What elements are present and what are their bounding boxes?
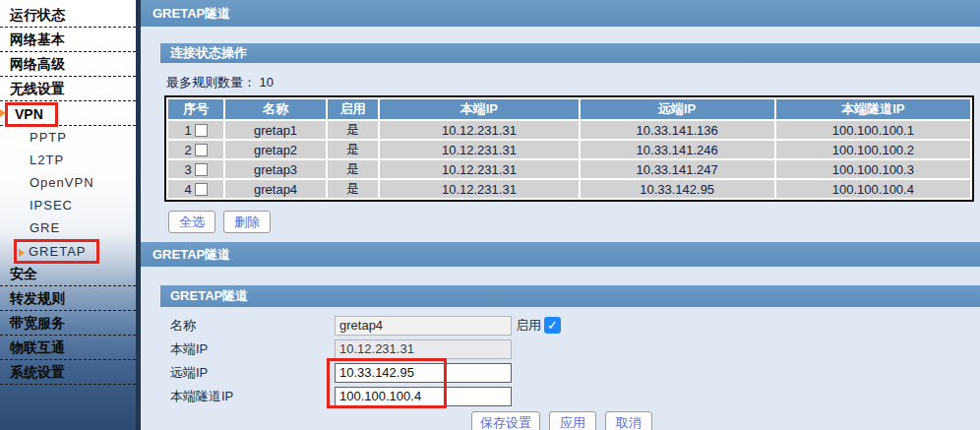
- sidebar-item-forward-rules[interactable]: 转发规则: [0, 286, 136, 311]
- row-tunnel-ip: 100.100.100.2: [776, 141, 970, 158]
- sidebar-item-wireless[interactable]: 无线设置: [0, 77, 136, 101]
- active-indicator-icon: [0, 109, 6, 117]
- spacer: [141, 27, 980, 43]
- row-tunnel-ip: 100.100.100.3: [776, 160, 970, 178]
- col-header-name: 名称: [225, 99, 325, 119]
- rules-table: 序号 名称 启用 本端IP 远端IP 本端隧道IP 1 gretap1 是 10…: [164, 95, 974, 202]
- selected-indicator-icon: [19, 249, 25, 257]
- row-index: 3: [185, 162, 192, 177]
- sidebar-item-vpn-label: VPN: [15, 106, 43, 122]
- remote-ip-input[interactable]: [335, 363, 512, 383]
- row-name: gretap4: [225, 180, 325, 198]
- row-local-ip: 10.12.231.31: [380, 180, 578, 198]
- sidebar-item-pptp[interactable]: PPTP: [0, 126, 136, 149]
- enable-checkbox[interactable]: ✓: [544, 317, 561, 334]
- local-ip-input: [335, 339, 512, 359]
- enable-label: 启用: [516, 317, 541, 335]
- sidebar-item-running-status[interactable]: 运行状态: [0, 3, 136, 28]
- cancel-button[interactable]: 取消: [605, 411, 652, 430]
- tunnel-ip-input[interactable]: [335, 387, 512, 406]
- col-header-local-ip: 本端IP: [380, 99, 578, 119]
- row-enabled: 是: [328, 160, 379, 178]
- col-header-tunnel-ip: 本端隧道IP: [776, 99, 970, 119]
- row-local-ip: 10.12.231.31: [380, 160, 578, 178]
- name-label: 名称: [170, 317, 335, 335]
- table-row: 4 gretap4 是 10.12.231.31 10.33.142.95 10…: [168, 180, 970, 198]
- table-row: 3 gretap3 是 10.12.231.31 10.33.141.247 1…: [168, 160, 970, 178]
- sidebar-item-gretap[interactable]: GRETAP: [0, 239, 136, 262]
- sidebar-item-system[interactable]: 系统设置: [0, 360, 136, 385]
- row-name: gretap3: [225, 160, 325, 178]
- table-header-row: 序号 名称 启用 本端IP 远端IP 本端隧道IP: [168, 99, 970, 119]
- delete-button[interactable]: 删除: [223, 211, 271, 233]
- sidebar-item-openvpn[interactable]: OpenVPN: [0, 171, 136, 194]
- remote-ip-label: 远端IP: [170, 364, 335, 382]
- table-actions: 全选 删除: [168, 211, 980, 233]
- annotation-box-gretap: GRETAP: [14, 239, 99, 264]
- row-checkbox[interactable]: [195, 183, 208, 196]
- max-rules-text: 最多规则数量： 10: [166, 75, 980, 91]
- col-header-index: 序号: [168, 99, 223, 119]
- sidebar-item-network-advanced[interactable]: 网络高级: [0, 52, 136, 77]
- sidebar: 运行状态 网络基本 网络高级 无线设置 VPN PPTP L2TP OpenVP…: [0, 0, 141, 430]
- row-index: 2: [185, 143, 192, 157]
- row-tunnel-ip: 100.100.100.4: [776, 180, 970, 198]
- form-actions: 保存设置 应用 取消: [471, 411, 980, 430]
- connection-section-title: 连接状态操作: [160, 43, 980, 63]
- page-title: GRETAP隧道: [141, 0, 980, 27]
- tunnel-ip-label: 本端隧道IP: [170, 388, 335, 405]
- spacer: [141, 267, 980, 285]
- sidebar-item-gre[interactable]: GRE: [0, 216, 136, 239]
- save-button[interactable]: 保存设置: [471, 411, 540, 430]
- sidebar-item-l2tp[interactable]: L2TP: [0, 149, 136, 171]
- row-name: gretap1: [225, 121, 325, 139]
- row-tunnel-ip: 100.100.100.1: [776, 121, 970, 139]
- sidebar-item-gretap-label: GRETAP: [29, 244, 87, 259]
- row-index: 4: [185, 182, 192, 197]
- sidebar-item-ipsec[interactable]: IPSEC: [0, 194, 136, 216]
- sidebar-item-network-basic[interactable]: 网络基本: [0, 28, 136, 52]
- col-header-remote-ip: 远端IP: [581, 99, 774, 119]
- row-local-ip: 10.12.231.31: [380, 141, 578, 158]
- row-enabled: 是: [328, 121, 379, 139]
- col-header-enabled: 启用: [328, 99, 379, 119]
- rules-table-wrap: 序号 名称 启用 本端IP 远端IP 本端隧道IP 1 gretap1 是 10…: [164, 95, 974, 202]
- row-checkbox[interactable]: [195, 163, 208, 176]
- row-checkbox[interactable]: [195, 144, 208, 156]
- row-index: 1: [185, 123, 192, 138]
- row-enabled: 是: [328, 180, 379, 198]
- row-checkbox[interactable]: [195, 124, 208, 137]
- sidebar-item-bandwidth[interactable]: 带宽服务: [0, 311, 136, 336]
- sidebar-item-iot[interactable]: 物联互通: [0, 336, 136, 360]
- select-all-button[interactable]: 全选: [168, 211, 215, 233]
- tunnel-panel-title: GRETAP隧道: [160, 285, 980, 307]
- table-row: 2 gretap2 是 10.12.231.31 10.33.141.246 1…: [168, 141, 970, 158]
- row-local-ip: 10.12.231.31: [380, 121, 578, 139]
- name-input[interactable]: [335, 316, 512, 336]
- apply-button[interactable]: 应用: [549, 411, 596, 430]
- row-remote-ip: 10.33.141.247: [581, 160, 774, 178]
- annotation-box-vpn: VPN: [5, 102, 58, 127]
- local-ip-label: 本端IP: [170, 340, 335, 358]
- row-name: gretap2: [225, 141, 325, 158]
- row-remote-ip: 10.33.141.136: [581, 121, 774, 139]
- main-content: GRETAP隧道 连接状态操作 最多规则数量： 10 序号 名称 启用 本端IP…: [141, 0, 980, 430]
- sidebar-item-security[interactable]: 安全: [0, 262, 136, 286]
- sidebar-item-vpn[interactable]: VPN: [0, 101, 136, 126]
- tunnel-form: 名称 启用 ✓ 本端IP 远端IP 本端隧道IP: [141, 307, 980, 408]
- table-row: 1 gretap1 是 10.12.231.31 10.33.141.136 1…: [168, 121, 970, 139]
- tunnel-section-bar: GRETAP隧道: [141, 242, 980, 267]
- row-remote-ip: 10.33.141.246: [581, 141, 774, 158]
- row-remote-ip: 10.33.142.95: [581, 180, 774, 198]
- row-enabled: 是: [328, 141, 379, 158]
